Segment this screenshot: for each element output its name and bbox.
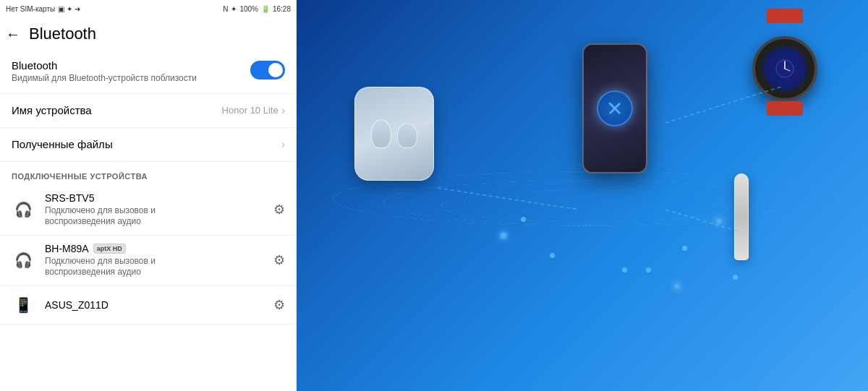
device-name-label: Имя устройства: [12, 104, 92, 116]
device-status-1: Подключено для вызовов ивоспроизведения …: [45, 256, 263, 278]
battery-icon: 🔋: [261, 5, 270, 13]
pen-body: [734, 173, 749, 260]
status-right: N ✦ 100% 🔋 16:28: [223, 5, 291, 13]
device-name-chevron: ›: [281, 104, 285, 117]
back-button[interactable]: ←: [6, 26, 20, 43]
connected-devices-header: ПОДКЛЮЧЕННЫЕ УСТРОЙСТВА: [0, 162, 297, 185]
device-row: 🎧 BH-M89A aptX HD Подключено для вызовов…: [0, 236, 297, 286]
phone-device: [571, 43, 658, 202]
bluetooth-toggle-section: Bluetooth Видимый для Bluetooth-устройст…: [0, 51, 297, 94]
status-bar: Нет SIM-карты ▣ ✦ ➜ N ✦ 100% 🔋 16:28: [0, 0, 297, 17]
device-row: 🎧 SRS-BTV5 Подключено для вызовов ивоспр…: [0, 185, 297, 236]
device-status-0: Подключено для вызовов ивоспроизведения …: [45, 205, 263, 228]
watch-face: [763, 47, 807, 90]
device-settings-1[interactable]: ⚙: [273, 252, 285, 268]
earbuds-case: [354, 87, 434, 181]
battery-percent: 100%: [239, 5, 258, 13]
device-row: 📱 ASUS_Z011D ⚙: [0, 286, 297, 325]
earbud-left: [371, 119, 391, 148]
device-name-value: Honor 10 Lite: [222, 105, 278, 116]
bluetooth-visibility-label: Видимый для Bluetooth-устройств поблизос…: [12, 73, 197, 85]
device-name-0: SRS-BTV5: [45, 192, 94, 204]
watch-band-top: [767, 9, 803, 23]
received-files-row[interactable]: Полученные файлы ›: [0, 128, 297, 162]
bluetooth-icon-circle: [597, 90, 633, 126]
page-header: ← Bluetooth: [0, 17, 297, 51]
watch-band-bottom: [767, 101, 803, 116]
phone-icon: 📱: [12, 293, 35, 317]
svg-line-2: [785, 69, 790, 71]
watch-display: [774, 58, 796, 80]
watch-body: [752, 36, 817, 101]
bluetooth-label: Bluetooth: [12, 59, 197, 72]
time-display: 16:28: [273, 5, 291, 13]
glow-dot-sm-5: [521, 217, 526, 222]
bluetooth-status-icon: ✦: [231, 5, 237, 13]
bluetooth-toggle[interactable]: [250, 61, 285, 80]
device-name-1: BH-M89A: [45, 243, 89, 254]
device-name-row[interactable]: Имя устройства Honor 10 Lite ›: [0, 94, 297, 128]
page-title: Bluetooth: [29, 25, 96, 43]
glow-dot-sm-1: [550, 253, 555, 258]
glow-dot-sm-2: [622, 267, 627, 272]
bluetooth-symbol: [604, 98, 626, 119]
received-files-label: Полученные файлы: [12, 138, 113, 150]
received-files-chevron: ›: [281, 138, 285, 151]
glow-dot-2: [673, 282, 681, 291]
glow-dot-sm-3: [682, 246, 687, 251]
glow-dot-sm-4: [646, 267, 651, 272]
headphones-icon: 🎧: [12, 198, 35, 221]
device-name-2: ASUS_Z011D: [45, 299, 109, 311]
earbud-right: [397, 123, 417, 148]
glow-dot-sm-6: [733, 275, 738, 280]
earbuds-device: [354, 87, 448, 202]
aptx-badge: aptX HD: [93, 244, 126, 254]
device-settings-0[interactable]: ⚙: [273, 202, 285, 218]
glow-dot-3: [715, 217, 723, 225]
watch-device: [745, 22, 825, 101]
device-settings-2[interactable]: ⚙: [273, 297, 285, 313]
status-left: Нет SIM-карты ▣ ✦ ➜: [6, 5, 80, 13]
phone-body: [582, 43, 647, 173]
bluetooth-promo-panel: [297, 0, 868, 391]
nfc-icon: N: [223, 5, 228, 13]
sim-status: Нет SIM-карты: [6, 5, 55, 13]
glow-dot-1: [499, 231, 508, 240]
signal-icons: ▣ ✦ ➜: [58, 5, 80, 13]
pen-device: [731, 173, 752, 267]
headphones-icon: 🎧: [12, 249, 35, 272]
